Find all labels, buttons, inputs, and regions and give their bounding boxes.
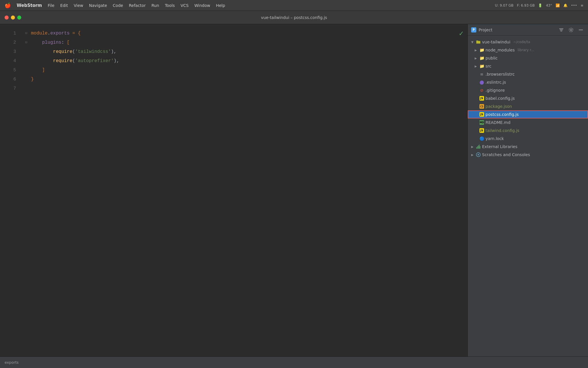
svg-rect-6 (478, 145, 479, 149)
fold-gutter-4 (25, 56, 31, 66)
main-layout: 1 2 3 4 5 6 7 ⊟ module.exports = { ⊟ plu… (0, 24, 588, 356)
folder-icon-src: 📁 (479, 64, 484, 69)
menu-refactor[interactable]: Refactor (129, 3, 146, 8)
close-button[interactable] (5, 16, 9, 20)
code-line-6: } (25, 75, 467, 84)
yarn-icon: 🔵 (479, 136, 484, 141)
editor-area[interactable]: 1 2 3 4 5 6 7 ⊟ module.exports = { ⊟ plu… (0, 24, 467, 356)
tree-item-node-modules[interactable]: 📁 node_modules library r... (468, 46, 588, 54)
tree-item-yarn-lock[interactable]: 🔵 yarn.lock (468, 135, 588, 143)
apple-menu-icon[interactable]: 🍎 (5, 2, 11, 8)
menu-code[interactable]: Code (113, 3, 123, 8)
menu-tools[interactable]: Tools (165, 3, 175, 8)
project-tree: vue-tailwindui ~/code/ta 📁 node_modules … (468, 36, 588, 356)
root-label: vue-tailwindui (482, 40, 510, 44)
sidebar-title: Project (479, 28, 555, 32)
menu-extras-icon: ≡ (581, 3, 583, 7)
postcss-config-label: postcss.config.js (486, 112, 519, 117)
tree-item-browserslistrc[interactable]: ≡ .browserslistrc (468, 70, 588, 78)
gitignore-icon: ⊘ (479, 88, 484, 93)
code-line-1: ⊟ module.exports = { (25, 29, 467, 38)
tree-item-postcss-config[interactable]: JS postcss.config.js (468, 110, 588, 118)
eslintrc-label: .eslintrc.js (486, 80, 506, 85)
sidebar-filter-btn[interactable] (558, 26, 565, 34)
tree-item-src[interactable]: 📁 src (468, 62, 588, 70)
folder-open-icon (476, 39, 481, 45)
tree-item-tailwind-config[interactable]: JS tailwind.config.js (468, 126, 588, 135)
scratches-icon (476, 152, 481, 157)
tree-item-root[interactable]: vue-tailwindui ~/code/ta (468, 38, 588, 46)
status-text: exports (5, 360, 19, 365)
browserslistrc-label: .browserslistrc (486, 72, 514, 76)
md-icon: MD (479, 120, 484, 125)
readme-label: README.md (486, 120, 510, 125)
line-num-1: 1 (13, 29, 16, 38)
traffic-lights (5, 16, 21, 20)
sidebar-settings-btn[interactable] (567, 26, 575, 34)
fold-gutter-6 (25, 75, 31, 84)
window-chrome: vue-tailwindui – postcss.config.js (0, 11, 588, 24)
scratches-label: Scratches and Consoles (482, 152, 530, 157)
wifi-icon: 📶 (556, 3, 560, 7)
svg-rect-5 (477, 146, 478, 149)
tree-item-gitignore[interactable]: ⊘ .gitignore (468, 86, 588, 94)
svg-rect-4 (476, 147, 477, 149)
menu-help[interactable]: Help (216, 3, 225, 8)
text-file-icon: ≡ (479, 72, 484, 77)
sidebar-header: P Project (468, 24, 588, 36)
gitignore-label: .gitignore (486, 88, 505, 93)
package-json-label: package.json (486, 104, 512, 109)
tree-item-scratches[interactable]: Scratches and Consoles (468, 151, 588, 159)
public-label: public (486, 56, 498, 60)
menu-view[interactable]: View (74, 3, 83, 8)
tree-item-readme[interactable]: MD README.md (468, 118, 588, 126)
menu-file[interactable]: File (48, 3, 54, 8)
tree-item-babel-config[interactable]: JS babel.config.js (468, 94, 588, 102)
notification-icon: 🔔 (563, 3, 568, 7)
battery-icon: 🔋 (538, 3, 542, 7)
json-icon: {} (479, 104, 484, 109)
root-path: ~/code/ta (513, 40, 530, 44)
eslint-icon: ⬤ (479, 80, 484, 85)
line-num-3: 3 (13, 47, 16, 56)
tree-item-public[interactable]: 📁 public (468, 54, 588, 62)
js-icon-tailwind: JS (479, 128, 484, 133)
fold-gutter-5 (25, 66, 31, 75)
node-modules-subtext: library r... (518, 48, 534, 52)
babel-config-label: babel.config.js (486, 96, 515, 101)
tailwind-config-label: tailwind.config.js (486, 128, 519, 133)
menu-bar: 🍎 WebStorm File Edit View Navigate Code … (0, 0, 588, 11)
js-icon-postcss: JS (479, 112, 484, 117)
window-title: vue-tailwindui – postcss.config.js (261, 15, 327, 20)
tree-item-package-json[interactable]: {} package.json (468, 102, 588, 110)
more-icon[interactable]: ••• (571, 3, 577, 7)
svg-rect-0 (559, 28, 563, 29)
code-line-3: require('tailwindcss'), (25, 47, 467, 56)
code-line-7 (25, 84, 467, 93)
temperature: 43° (546, 3, 552, 7)
menu-edit[interactable]: Edit (60, 3, 68, 8)
system-info: U: 9.07 GB F: 6.93 GB 🔋 43° 📶 🔔 ••• ≡ (495, 3, 583, 7)
arrow-node-modules (473, 48, 478, 52)
fold-gutter-1[interactable]: ⊟ (25, 29, 31, 38)
maximize-button[interactable] (17, 16, 21, 20)
minimize-button[interactable] (11, 16, 15, 20)
menu-vcs[interactable]: VCS (181, 3, 189, 8)
tree-item-external-libraries[interactable]: External Libraries (468, 143, 588, 151)
arrow-root (470, 40, 475, 44)
menu-navigate[interactable]: Navigate (89, 3, 107, 8)
folder-icon-node-modules: 📁 (479, 47, 484, 53)
menu-run[interactable]: Run (151, 3, 159, 8)
js-icon-babel: JS (479, 96, 484, 101)
fold-gutter-2[interactable]: ⊟ (25, 38, 31, 47)
src-label: src (486, 64, 491, 68)
sidebar-minimize-btn[interactable] (577, 26, 585, 34)
sidebar: P Project (467, 24, 588, 356)
tree-item-eslintrc[interactable]: ⬤ .eslintrc.js (468, 78, 588, 86)
node-modules-label: node_modules (486, 48, 515, 52)
menu-window[interactable]: Window (194, 3, 210, 8)
fold-gutter-7 (25, 84, 31, 93)
code-editor[interactable]: ⊟ module.exports = { ⊟ plugins: [ requir… (21, 24, 467, 356)
file-valid-checkmark: ✓ (459, 30, 464, 37)
line-num-5: 5 (13, 66, 16, 75)
